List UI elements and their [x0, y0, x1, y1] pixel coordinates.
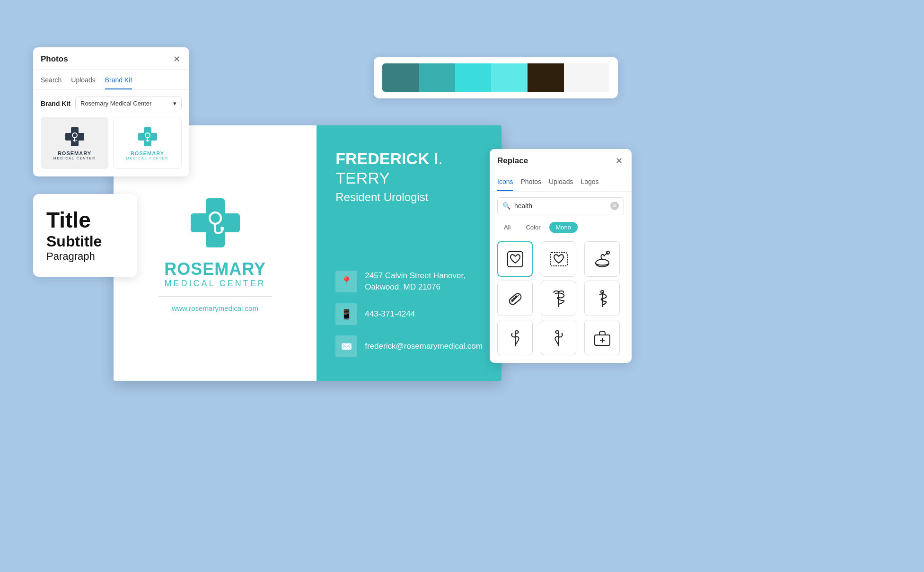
- caduceus-2-svg: [592, 288, 613, 309]
- swatch-5[interactable]: [528, 63, 564, 92]
- brand-logo-teal[interactable]: ROSEMARY MEDICAL CENTER: [113, 117, 182, 169]
- brand-kit-label: Brand Kit: [41, 100, 70, 107]
- email-icon: ✉️: [341, 341, 352, 352]
- location-icon: 📍: [341, 276, 352, 287]
- address-icon-bg: 📍: [335, 271, 357, 292]
- icon-mortar-pestle[interactable]: [584, 241, 620, 277]
- swatch-4[interactable]: [491, 63, 528, 92]
- color-palette: [374, 57, 618, 98]
- photos-panel-header: Photos ✕: [33, 47, 189, 70]
- dark-cross-icon: [63, 125, 87, 149]
- card-email: frederick@rosemarymedical.com: [365, 341, 483, 352]
- color-swatches: [382, 63, 609, 92]
- card-divider: [158, 296, 272, 297]
- icon-pill-capsule[interactable]: [497, 281, 533, 316]
- card-company-sub: MEDICAL CENTER: [164, 279, 265, 289]
- search-icon: 🔍: [502, 202, 510, 210]
- heart-box-svg: [505, 249, 526, 270]
- photos-tabs: Search Uploads Brand Kit: [33, 70, 189, 90]
- icon-medical-briefcase[interactable]: [584, 320, 620, 355]
- icon-heart-card[interactable]: [541, 241, 576, 277]
- icon-snake-staff-1[interactable]: [497, 320, 533, 355]
- replace-tab-uploads[interactable]: Uploads: [549, 175, 573, 191]
- search-clear-button[interactable]: ✕: [610, 202, 619, 210]
- teal-logo-name: ROSEMARY MEDICAL CENTER: [126, 150, 169, 161]
- filter-all[interactable]: All: [497, 222, 517, 233]
- snake-staff-1-svg: [505, 327, 526, 348]
- heart-card-svg: [548, 249, 569, 270]
- replace-header: Replace ✕: [490, 149, 632, 171]
- svg-rect-17: [508, 252, 523, 267]
- card-contacts: 📍 2457 Calvin Street Hanover, Oakwood, M…: [335, 270, 483, 357]
- swatch-1[interactable]: [382, 63, 419, 92]
- card-email-row: ✉️ frederick@rosemarymedical.com: [335, 335, 483, 357]
- replace-tab-icons[interactable]: Icons: [497, 175, 513, 191]
- icon-caduceus-1[interactable]: [541, 281, 576, 316]
- typography-panel: Title Subtitle Paragraph: [33, 194, 137, 277]
- pill-capsule-svg: [505, 288, 526, 309]
- replace-tab-logos[interactable]: Logos: [581, 175, 598, 191]
- snake-staff-2-svg: [548, 327, 569, 348]
- card-address: 2457 Calvin Street Hanover, Oakwood, MD …: [365, 270, 483, 293]
- card-cross-icon: [187, 194, 244, 251]
- typography-subtitle: Subtitle: [46, 232, 124, 250]
- card-address-row: 📍 2457 Calvin Street Hanover, Oakwood, M…: [335, 270, 483, 293]
- svg-point-16: [220, 227, 224, 230]
- swatch-2[interactable]: [419, 63, 455, 92]
- card-person-info: FREDERICK I. TERRY Resident Urologist: [335, 149, 483, 204]
- phone-icon-bg: 📱: [335, 303, 357, 325]
- replace-tab-photos[interactable]: Photos: [520, 175, 541, 191]
- typography-paragraph: Paragraph: [46, 250, 124, 263]
- replace-title: Replace: [497, 156, 528, 166]
- card-company-name: ROSEMARY: [164, 261, 266, 278]
- typography-title: Title: [46, 208, 124, 232]
- swatch-6[interactable]: [564, 63, 609, 92]
- tab-search[interactable]: Search: [41, 73, 62, 89]
- svg-point-19: [596, 259, 609, 267]
- tab-uploads[interactable]: Uploads: [71, 73, 95, 89]
- swatch-3[interactable]: [455, 63, 492, 92]
- replace-close-button[interactable]: ✕: [614, 156, 624, 166]
- brand-logo-dark[interactable]: ROSEMARY MEDICAL CENTER: [41, 117, 108, 169]
- medical-briefcase-svg: [592, 327, 613, 348]
- photos-close-button[interactable]: ✕: [171, 54, 182, 64]
- search-input[interactable]: [514, 202, 607, 210]
- card-person-name: FREDERICK I. TERRY: [335, 149, 483, 188]
- tab-brand-kit[interactable]: Brand Kit: [105, 73, 132, 89]
- replace-panel: Replace ✕ Icons Photos Uploads Logos 🔍 ✕…: [490, 149, 632, 363]
- filter-tabs: All Color Mono: [490, 220, 632, 238]
- card-website: www.rosemarymedical.com: [172, 304, 258, 312]
- icon-heart-box[interactable]: [497, 241, 533, 277]
- caduceus-1-svg: [548, 288, 569, 309]
- teal-cross-icon: [136, 125, 159, 149]
- filter-color[interactable]: Color: [519, 222, 547, 233]
- card-phone-row: 📱 443-371-4244: [335, 303, 483, 325]
- brand-kit-selector: Brand Kit Rosemary Medical Center ▾: [33, 90, 189, 117]
- filter-mono[interactable]: Mono: [549, 222, 578, 233]
- mortar-pestle-svg: [592, 249, 613, 270]
- replace-tabs: Icons Photos Uploads Logos: [490, 171, 632, 192]
- card-person-title: Resident Urologist: [335, 191, 483, 204]
- brand-kit-dropdown[interactable]: Rosemary Medical Center ▾: [75, 97, 182, 110]
- dark-logo-name: ROSEMARY MEDICAL CENTER: [53, 150, 96, 161]
- svg-point-26: [515, 296, 517, 297]
- photos-panel: Photos ✕ Search Uploads Brand Kit Brand …: [33, 47, 189, 176]
- phone-icon: 📱: [341, 308, 352, 320]
- chevron-down-icon: ▾: [173, 100, 176, 107]
- svg-point-24: [511, 299, 513, 301]
- svg-rect-18: [550, 253, 567, 266]
- icon-snake-staff-2[interactable]: [541, 320, 576, 355]
- card-phone: 443-371-4244: [365, 308, 415, 320]
- icon-caduceus-2[interactable]: [584, 281, 620, 316]
- icons-grid: [490, 238, 632, 363]
- brand-logos-grid: ROSEMARY MEDICAL CENTER ROSEMARY MEDICAL…: [33, 117, 189, 176]
- card-right: FREDERICK I. TERRY Resident Urologist 📍 …: [317, 125, 502, 381]
- photos-panel-title: Photos: [41, 54, 68, 64]
- brand-kit-dropdown-text: Rosemary Medical Center: [80, 100, 151, 107]
- email-icon-bg: ✉️: [335, 335, 357, 357]
- replace-search-container: 🔍 ✕: [497, 197, 624, 214]
- card-logo-cross: [187, 194, 244, 253]
- svg-point-25: [513, 298, 515, 299]
